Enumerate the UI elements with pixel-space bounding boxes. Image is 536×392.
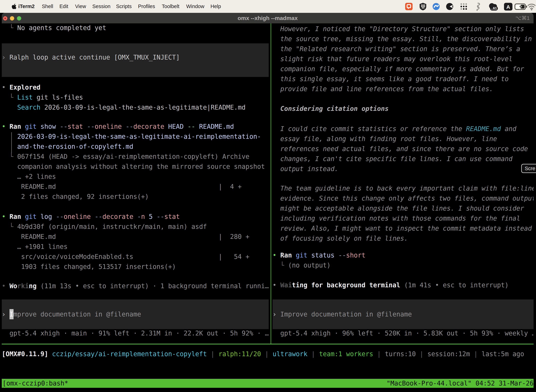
text-segment: decorate xyxy=(133,123,164,130)
terminal-line: └ 067f154 (HEAD -> essay/ai-reimplementa… xyxy=(2,152,249,162)
screen-sharing-label: Scre xyxy=(525,164,535,173)
text-segment: 1903 files changed, 513517 insertions(+) xyxy=(2,263,176,271)
terminal-line: README.md | 280 + xyxy=(2,232,249,242)
text-segment: README.md xyxy=(466,125,501,133)
sync-app-icon[interactable] xyxy=(432,2,440,10)
terminal-line: • Waiting for background terminal (1m 41… xyxy=(273,280,509,290)
menu-item-session[interactable]: Session xyxy=(92,0,110,13)
text-segment: -- xyxy=(157,213,164,220)
menu-item-view[interactable]: View xyxy=(75,0,86,13)
menu-item-help[interactable]: Help xyxy=(211,0,221,13)
text-segment: changes, I can't cite specific file line… xyxy=(273,155,512,163)
text-segment: the source tree, missing the essay. Stil… xyxy=(273,35,532,43)
svg-text:A: A xyxy=(506,4,510,10)
text-segment xyxy=(133,213,137,220)
text-segment: and xyxy=(501,125,516,133)
omx-status-line: [OMX#0.11.9] cczip/essay/ai-reimplementa… xyxy=(2,349,524,359)
tmux-status-bar: [omx-cczip0:bash* "MacBook-Pro-44.local"… xyxy=(2,379,534,388)
terminal-line: └ List git ls-files xyxy=(2,92,83,103)
text-segment: Wo xyxy=(10,282,17,290)
terminal-line: the source tree, missing the essay. Stil… xyxy=(273,34,532,44)
terminal-line: src/voice/voiceModeEnabled.ts | 54 + xyxy=(2,252,249,262)
tmux-host-clock-label: "MacBook-Pro-44.local" 04:52 31-Mar-26 xyxy=(387,379,534,388)
text-segment: -- xyxy=(338,252,346,259)
text-segment: ng xyxy=(29,282,37,290)
chat-app-icon[interactable] xyxy=(405,2,413,10)
terminal-line: • Ran git show --stat --oneline --decora… xyxy=(2,121,234,131)
text-segment: rki xyxy=(17,282,29,290)
menu-item-shell[interactable]: Shell xyxy=(42,0,53,13)
terminal-content[interactable]: └ No agents completed yet› Ralph loop ac… xyxy=(2,23,534,392)
text-segment: Ran xyxy=(10,123,21,130)
terminal-line: might be acceptable alongside the file l… xyxy=(273,203,524,213)
text-segment: • xyxy=(273,252,280,259)
terminal-line: └ (no output) xyxy=(273,260,330,270)
terminal-line: Search 2026-03-09-is-legal-the-same-as-l… xyxy=(2,103,245,112)
terminal-line: essay file, along with finding root file… xyxy=(273,134,497,144)
text-segment: git xyxy=(296,252,307,259)
menu-item-edit[interactable]: Edit xyxy=(59,0,68,13)
text-segment: git ls-files xyxy=(33,93,83,101)
text-segment: this single essay, it seems like a good … xyxy=(273,75,509,83)
text-segment: | xyxy=(207,350,218,358)
text-segment: stat xyxy=(67,123,83,130)
terminal-line: › Improve documentation in @filename xyxy=(273,309,412,319)
text-segment: 2026-03-09-is-legal-the-same-as-legitima… xyxy=(40,104,245,111)
text-segment: team:1 workers xyxy=(319,350,373,358)
text-segment: references need actual files, and since … xyxy=(273,145,528,153)
text-segment: README.md | 280 + xyxy=(2,233,249,240)
text-segment: • xyxy=(2,282,10,290)
text-segment: and-the-erosion-of-copyleft.md xyxy=(17,143,133,150)
text-segment xyxy=(2,163,17,170)
screen-sharing-pill[interactable]: Scre xyxy=(521,164,536,173)
text-segment: cczip/essay/ai-reimplementation-copyleft xyxy=(52,350,207,358)
text-segment: 2026-03-09-is-legal-the-same-as-legitima… xyxy=(17,133,261,140)
text-segment: - xyxy=(137,213,141,220)
text-segment: README.md xyxy=(195,123,234,130)
terminal-line: gpt-5.4 xhigh · main · 91% left · 2.31M … xyxy=(2,328,269,338)
shield-grid-icon[interactable] xyxy=(419,2,427,10)
tmux-pane-bottom-border xyxy=(2,344,534,344)
text-segment: List xyxy=(17,93,33,101)
text-segment: status xyxy=(307,252,338,259)
terminal-line: 1903 files changed, 513517 insertions(+) xyxy=(2,262,176,272)
pie-app-icon[interactable] xyxy=(446,2,454,10)
window-titlebar[interactable]: omx --xhigh --madmax ⌥⌘1 xyxy=(2,13,534,23)
menu-item-scripts[interactable]: Scripts xyxy=(116,0,132,13)
text-segment: git xyxy=(25,213,37,220)
terminal-line: I could cite commit statistics or refere… xyxy=(273,124,516,134)
menu-item-toolbelt[interactable]: Toolbelt xyxy=(162,0,179,13)
text-segment xyxy=(292,252,296,259)
text-segment: … +2 lines xyxy=(17,173,56,180)
menu-item-profiles[interactable]: Profiles xyxy=(138,0,155,13)
terminal-line: the "Related research writing" section i… xyxy=(273,44,520,54)
battery-icon[interactable] xyxy=(515,2,527,11)
text-segment: └ xyxy=(2,223,17,230)
text-segment: 067f154 (HEAD -> essay/ai-reimplementati… xyxy=(17,153,249,160)
terminal-line: 2 files changed, 92 insertions(+) xyxy=(2,191,149,202)
wifi-icon[interactable] xyxy=(527,2,536,11)
text-segment xyxy=(48,350,52,358)
apple-menu-icon[interactable] xyxy=(12,3,17,9)
text-segment: including verification notes with those … xyxy=(273,215,520,222)
text-segment: stat xyxy=(164,213,180,220)
text-segment: companion file, especially if more comme… xyxy=(273,65,524,73)
text-segment: ultrawork xyxy=(273,350,307,358)
notch-battery-icon[interactable]: ..61 xyxy=(488,2,498,11)
menu-item-window[interactable]: Window xyxy=(186,0,204,13)
terminal-line: companion analysis without altering the … xyxy=(2,162,265,172)
dragon-vpn-icon[interactable] xyxy=(474,2,482,11)
dots-grid-icon[interactable] xyxy=(460,2,468,10)
text-segment: • xyxy=(2,123,10,130)
menu-item-iterm2[interactable]: iTerm2 xyxy=(18,0,35,13)
text-segment: ralph:11/20 xyxy=(218,350,261,358)
terminal-line: references need actual files, and since … xyxy=(273,144,528,154)
text-segment: (no output) xyxy=(288,261,330,269)
text-segment xyxy=(2,143,17,150)
input-source-icon[interactable]: A xyxy=(503,2,513,11)
terminal-line: companion file, especially if more comme… xyxy=(273,64,524,74)
terminal-line: └ 4b9d30f (origin/main, instructkr/main,… xyxy=(2,222,207,232)
terminal-line: output instead. xyxy=(273,164,338,174)
text-segment: Improve documentation in @filename xyxy=(280,311,412,318)
tmux-pane-divider[interactable] xyxy=(271,23,271,344)
